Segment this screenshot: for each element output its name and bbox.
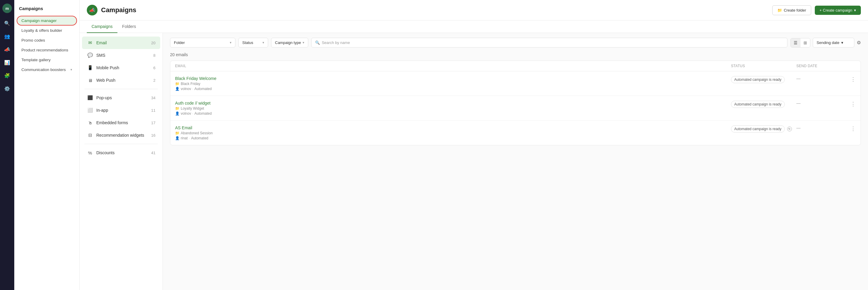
sidebar-item-loyalty-offers[interactable]: Loyalty & offers builder — [17, 26, 77, 35]
chevron-down-icon: ▾ — [854, 8, 856, 12]
user-avatar[interactable]: m — [2, 4, 12, 13]
filters-row: Folder ▾ Status ▾ Campaign type ▾ 🔍 Sear… — [170, 38, 861, 47]
chevron-down-icon: ▾ — [230, 41, 231, 44]
folder-icon: 📁 — [175, 82, 180, 86]
sidebar: Campaigns ➤ Campaign manager Loyalty & o… — [14, 0, 80, 290]
campaign-type: Automated — [191, 136, 208, 140]
channel-name: Pop-ups — [96, 95, 151, 100]
status-extra-icon: ↻ — [787, 127, 792, 131]
status-filter[interactable]: Status ▾ — [239, 38, 268, 47]
channel-name: Web Push — [96, 78, 153, 83]
channel-item-email[interactable]: ✉ Email 20 — [82, 37, 160, 49]
tab-folders[interactable]: Folders — [117, 21, 141, 33]
icon-bar: m 🔍 👥 📣 📊 🧩 ⚙️ — [0, 0, 14, 290]
campaign-list-panel: Folder ▾ Status ▾ Campaign type ▾ 🔍 Sear… — [163, 33, 868, 290]
channel-item-mobile-push[interactable]: 📱 Mobile Push 6 — [82, 62, 160, 74]
campaign-type-filter[interactable]: Campaign type ▾ — [271, 38, 308, 47]
folder-filter[interactable]: Folder ▾ — [170, 38, 236, 47]
status-cell: Automated campaign is ready — [731, 101, 796, 108]
col-actions-header — [844, 64, 856, 68]
folder-icon: 📁 — [175, 106, 180, 110]
campaign-type: Automated — [194, 87, 212, 91]
channel-item-popups[interactable]: ⬛ Pop-ups 34 — [82, 92, 160, 104]
table-row: Black Friday Welcome 📁 Black Friday 👤 vo… — [170, 71, 861, 96]
nav-analytics-icon[interactable]: 📊 — [2, 57, 12, 68]
content-area: ✉ Email 20 💬 SMS 8 📱 Mobile Push 6 🖥 Web… — [80, 33, 868, 290]
row-menu-button[interactable]: ⋮ — [844, 125, 856, 132]
campaign-folder: Black Friday — [181, 82, 200, 86]
campaign-name-link[interactable]: Black Friday Welcome — [175, 76, 731, 81]
channel-item-in-app[interactable]: ⬜ In-app 11 — [82, 104, 160, 117]
send-date: — — [796, 76, 844, 81]
channel-name: Embedded forms — [96, 120, 151, 125]
recommendation-widgets-icon: ⊟ — [87, 132, 93, 138]
header-right: 📁 Create folder + Create campaign ▾ — [772, 5, 861, 15]
channel-count: 20 — [151, 41, 155, 45]
campaign-meta: 📁 Abandoned Session — [175, 131, 731, 135]
search-input-wrapper[interactable]: 🔍 Search by name — [311, 38, 787, 47]
search-icon: 🔍 — [315, 40, 320, 45]
sidebar-item-label: Promo codes — [22, 38, 45, 42]
sidebar-title: Campaigns — [14, 5, 80, 16]
campaign-name-link[interactable]: AS Email — [175, 125, 731, 130]
campaign-info: AS Email 📁 Abandoned Session 👤 rinat · A… — [175, 125, 731, 140]
filter-label: Folder — [174, 40, 185, 45]
user-icon: 👤 — [175, 87, 180, 91]
send-date: — — [796, 125, 844, 130]
channel-count: 2 — [153, 78, 155, 83]
sidebar-item-product-recommendations[interactable]: Product recommendations — [17, 45, 77, 55]
campaign-name-link[interactable]: Auth code // widget — [175, 101, 731, 105]
row-menu-button[interactable]: ⋮ — [844, 76, 856, 83]
channel-item-embedded-forms[interactable]: 🖱 Embedded forms 17 — [82, 117, 160, 129]
sidebar-item-label: Template gallery — [22, 58, 51, 62]
channel-count: 16 — [151, 133, 155, 137]
sidebar-item-campaign-manager[interactable]: ➤ Campaign manager — [17, 16, 77, 26]
tab-campaigns[interactable]: Campaigns — [87, 21, 117, 33]
campaign-owner-meta: 👤 volnov · Automated — [175, 87, 731, 91]
campaign-meta: 📁 Loyalty Widget — [175, 106, 731, 110]
create-campaign-button[interactable]: + Create campaign ▾ — [815, 6, 861, 15]
campaign-folder: Loyalty Widget — [181, 106, 204, 110]
main-content: 📣 Campaigns 📁 Create folder + Create cam… — [80, 0, 868, 290]
sidebar-item-communication-boosters[interactable]: Communication boosters ▾ — [17, 65, 77, 74]
filter-icon[interactable]: ⚙ — [857, 40, 861, 45]
col-status-header: Status — [731, 64, 796, 68]
campaign-owner: volnov — [181, 111, 191, 116]
grid-view-button[interactable]: ⊞ — [801, 38, 810, 47]
user-icon: 👤 — [175, 136, 180, 140]
channel-name: SMS — [96, 53, 153, 58]
status-badge: Automated campaign is ready — [731, 125, 785, 132]
discounts-icon: % — [87, 150, 93, 156]
sidebar-item-template-gallery[interactable]: Template gallery — [17, 55, 77, 65]
campaign-info: Auth code // widget 📁 Loyalty Widget 👤 v… — [175, 101, 731, 116]
channel-item-recommendation-widgets[interactable]: ⊟ Recommendation widgets 16 — [82, 129, 160, 141]
campaign-owner: rinat — [181, 136, 188, 140]
table-header: Email Status Send date — [170, 61, 861, 71]
campaign-owner-meta: 👤 rinat · Automated — [175, 136, 731, 140]
nav-integrations-icon[interactable]: 🧩 — [2, 70, 12, 81]
row-menu-button[interactable]: ⋮ — [844, 101, 856, 107]
status-badge: Automated campaign is ready — [731, 76, 785, 83]
top-header: 📣 Campaigns 📁 Create folder + Create cam… — [80, 0, 868, 21]
campaign-owner-meta: 👤 volnov · Automated — [175, 111, 731, 116]
nav-search-icon[interactable]: 🔍 — [2, 18, 12, 29]
channel-count: 6 — [153, 66, 155, 70]
filters-right: ☰ ⊞ Sending date ▾ ⚙ — [790, 38, 861, 47]
sidebar-item-promo-codes[interactable]: Promo codes — [17, 35, 77, 45]
sidebar-item-label: Product recommendations — [22, 48, 68, 52]
channel-item-web-push[interactable]: 🖥 Web Push 2 — [82, 74, 160, 87]
list-view-button[interactable]: ☰ — [791, 38, 801, 47]
nav-campaigns-icon[interactable]: 📣 — [2, 44, 12, 55]
channel-count: 17 — [151, 121, 155, 125]
channel-name: Discounts — [96, 150, 151, 155]
channel-divider — [85, 89, 158, 89]
channel-item-sms[interactable]: 💬 SMS 8 — [82, 49, 160, 62]
chevron-down-icon: ▾ — [262, 41, 264, 44]
channel-item-discounts[interactable]: % Discounts 41 — [82, 147, 160, 159]
sort-select[interactable]: Sending date ▾ — [813, 38, 854, 47]
col-email-header: Email — [175, 64, 731, 68]
nav-settings-icon[interactable]: ⚙️ — [2, 83, 12, 94]
create-folder-button[interactable]: 📁 Create folder — [772, 5, 811, 15]
nav-contacts-icon[interactable]: 👥 — [2, 31, 12, 42]
channel-list: ✉ Email 20 💬 SMS 8 📱 Mobile Push 6 🖥 Web… — [80, 33, 163, 290]
